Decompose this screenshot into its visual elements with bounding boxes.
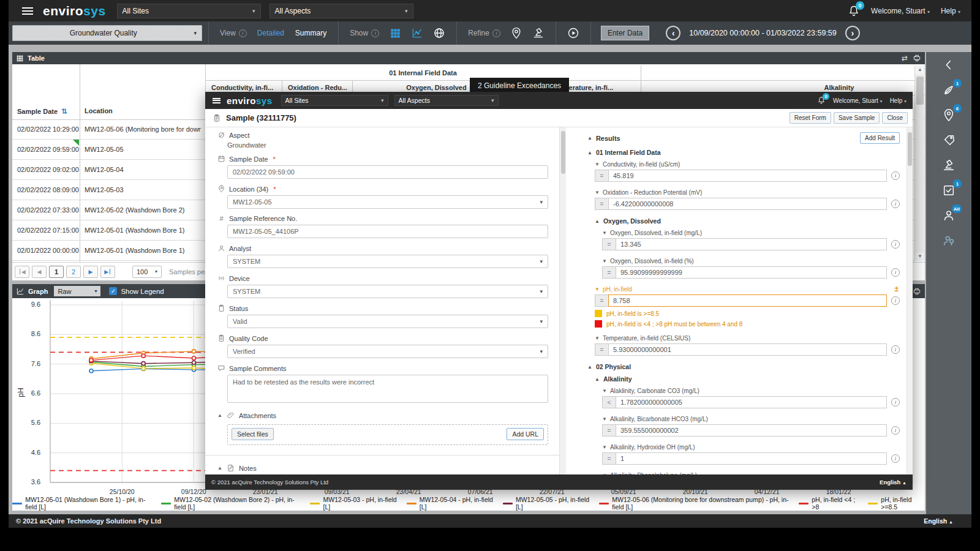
add-url-button[interactable]: Add URL <box>507 428 544 440</box>
legend-item[interactable]: MW12-05-06 (Monitoring bore for downstre… <box>599 496 790 511</box>
sidebar-microscope-icon[interactable] <box>941 157 957 173</box>
results-group-header[interactable]: ▲Alkalinity <box>595 375 900 383</box>
export-graph-icon[interactable] <box>913 287 921 296</box>
aspects-dropdown[interactable]: All Aspects▾ <box>394 95 499 106</box>
table-scrollbar[interactable]: ▲ ▼ <box>914 66 924 261</box>
sidebar-location-pin-icon[interactable]: 6 <box>941 107 957 123</box>
scroll-down-icon[interactable]: ▼ <box>915 252 925 261</box>
date-prev-button[interactable]: ‹ <box>666 26 680 40</box>
show-graph-icon[interactable] <box>411 27 423 39</box>
play-circle-icon[interactable] <box>567 27 579 39</box>
operator-box[interactable]: = <box>595 198 608 210</box>
help-menu[interactable]: Help ▾ <box>941 7 960 15</box>
welcome-menu[interactable]: Welcome, Stuart ▾ <box>833 97 883 104</box>
operator-box[interactable]: < <box>602 396 616 408</box>
quality-code-dropdown[interactable]: Verified▾ <box>227 345 548 358</box>
status-dropdown[interactable]: Valid▾ <box>227 315 548 328</box>
info-icon[interactable]: i <box>891 398 900 407</box>
page-size-dropdown[interactable]: 100▾ <box>132 266 162 278</box>
legend-item[interactable]: MW12-05-02 (Washdown Bore 2) - pH, in-fi… <box>161 496 301 511</box>
legend-item[interactable]: MW12-05-05 - pH, in-field [L] <box>503 496 590 511</box>
expand-icon[interactable]: ▼ <box>602 258 607 264</box>
view-detailed-tab[interactable]: Detailed <box>257 29 284 37</box>
enter-data-button[interactable]: Enter Data <box>601 26 649 40</box>
info-icon[interactable]: i <box>891 345 900 354</box>
close-button[interactable]: Close <box>882 112 908 124</box>
sample-reference-field[interactable] <box>227 225 548 238</box>
results-group-header[interactable]: ▲02 Physical <box>587 363 900 370</box>
collapse-icon[interactable]: ▲ <box>587 150 592 156</box>
show-legend-checkbox[interactable]: ✓ <box>109 287 117 295</box>
col-header-sample-date[interactable]: Sample Date⇅ <box>17 107 67 116</box>
sample-date-field[interactable] <box>227 165 548 179</box>
operator-box[interactable]: = <box>602 238 616 250</box>
info-icon[interactable]: i <box>891 268 900 277</box>
info-icon[interactable]: i <box>891 240 900 249</box>
result-value-field[interactable] <box>608 198 887 210</box>
help-menu[interactable]: Help ▾ <box>890 97 907 104</box>
legend-item[interactable]: MW12-05-03 - pH, in-field [L] <box>310 496 397 511</box>
operator-box[interactable]: = <box>602 266 616 279</box>
sidebar-person-icon[interactable]: All <box>941 208 957 223</box>
notes-section-header[interactable]: ▲ Notes <box>217 464 548 472</box>
scroll-thumb[interactable] <box>916 77 924 105</box>
aspect-category-dropdown[interactable]: Groundwater Quality▾ <box>12 25 202 41</box>
show-table-icon[interactable] <box>389 27 401 39</box>
info-icon[interactable]: i <box>891 454 900 463</box>
select-files-button[interactable]: Select files <box>232 428 274 440</box>
notifications-bell-icon[interactable]: 0 <box>817 96 826 105</box>
view-summary-tab[interactable]: Summary <box>295 29 326 37</box>
operator-box[interactable]: = <box>602 424 616 437</box>
collapse-icon[interactable]: ▲ <box>217 465 222 471</box>
prev-page-button[interactable]: ◀ <box>32 266 47 278</box>
analyst-dropdown[interactable]: SYSTEM▾ <box>227 255 548 268</box>
expand-icon[interactable]: ▼ <box>595 335 600 341</box>
result-value-field[interactable] <box>616 396 887 408</box>
language-selector[interactable]: English ▲ <box>924 517 953 525</box>
graph-mode-dropdown[interactable]: Raw▾ <box>54 286 100 296</box>
sites-dropdown[interactable]: All Sites▾ <box>117 4 261 18</box>
result-value-field[interactable] <box>616 266 887 279</box>
welcome-menu[interactable]: Welcome, Stuart ▾ <box>871 7 930 15</box>
location-dropdown[interactable]: MW12-05-05▾ <box>227 195 548 209</box>
sites-dropdown[interactable]: All Sites▾ <box>281 95 388 106</box>
sidebar-checklist-icon[interactable]: 1 <box>941 182 957 198</box>
swap-columns-icon[interactable]: ⇄ <box>902 54 908 62</box>
expand-icon[interactable]: ▼ <box>602 416 607 422</box>
result-value-field[interactable] <box>616 452 887 465</box>
modal-language-selector[interactable]: English ▲ <box>880 479 907 485</box>
info-icon[interactable]: i <box>891 296 900 305</box>
attachments-section-header[interactable]: ▲ Attachments <box>217 411 548 419</box>
next-page-button[interactable]: ▶ <box>83 266 98 278</box>
expand-icon[interactable]: ▼ <box>595 162 600 167</box>
page-1-button[interactable]: 1 <box>49 266 64 278</box>
col-header-location[interactable]: Location <box>85 107 113 114</box>
save-sample-button[interactable]: Save Sample <box>834 112 880 124</box>
info-icon[interactable]: i <box>891 171 900 180</box>
notifications-bell-icon[interactable]: 0 <box>848 5 860 17</box>
result-value-field[interactable] <box>608 294 887 307</box>
sidebar-aspect-icon[interactable]: 1 <box>941 82 957 98</box>
date-next-button[interactable]: › <box>845 26 860 40</box>
results-group-header[interactable]: ▲01 Internal Field Data <box>587 149 900 156</box>
refine-sample-types-icon[interactable] <box>532 27 545 39</box>
first-page-button[interactable]: ◀ <box>15 266 29 278</box>
sidebar-chevron-left-icon[interactable] <box>941 57 957 73</box>
expand-icon[interactable]: ▼ <box>602 388 607 394</box>
result-value-field[interactable] <box>608 343 887 356</box>
result-value-field[interactable] <box>616 238 887 250</box>
scroll-thumb[interactable] <box>561 131 565 174</box>
form-scrollbar[interactable] <box>559 127 566 474</box>
operator-box[interactable]: = <box>595 170 608 182</box>
expand-icon[interactable]: ▼ <box>595 287 600 292</box>
legend-item[interactable]: pH, in-field >=8.5 <box>868 496 925 511</box>
legend-item[interactable]: MW12-05-01 (Washdown Bore 1) - pH, in-fi… <box>12 496 152 511</box>
collapse-icon[interactable]: ▲ <box>587 135 592 141</box>
date-range[interactable]: 10/09/2020 00:00:00 - 01/03/2022 23:59:5… <box>689 29 837 37</box>
sort-desc-icon[interactable]: ⇅ <box>61 107 67 116</box>
expand-icon[interactable]: ▼ <box>602 444 607 450</box>
operator-box[interactable]: = <box>595 294 608 307</box>
reset-form-button[interactable]: Reset Form <box>790 112 831 124</box>
info-icon[interactable]: i <box>891 426 900 435</box>
page-2-button[interactable]: 2 <box>66 266 81 278</box>
